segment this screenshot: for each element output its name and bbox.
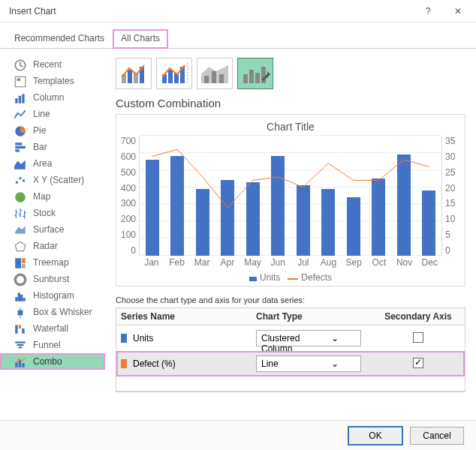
svg-rect-49	[219, 74, 224, 83]
svg-rect-22	[18, 293, 20, 302]
svg-rect-31	[15, 341, 26, 343]
ok-button[interactable]: OK	[348, 427, 402, 445]
box-whisker-icon	[14, 306, 27, 318]
histogram-icon	[14, 290, 27, 302]
series-type-dropdown-units[interactable]: Clustered Column⌄	[256, 330, 361, 346]
map-icon	[14, 190, 27, 202]
secondary-axis-checkbox-defect[interactable]	[413, 358, 423, 368]
column-icon	[14, 92, 27, 104]
svg-marker-16	[15, 242, 26, 250]
dialog-footer: OK Cancel	[0, 420, 476, 450]
recent-icon	[14, 58, 27, 70]
sidebar-item-templates[interactable]: Templates	[0, 73, 105, 89]
subtype-stacked-area-column[interactable]	[197, 58, 233, 89]
svg-rect-28	[15, 325, 17, 333]
sidebar-item-area[interactable]: Area	[0, 155, 105, 172]
sidebar-item-label: Line	[33, 109, 50, 119]
funnel-icon	[14, 339, 27, 351]
help-button[interactable]: ?	[413, 1, 443, 22]
sidebar-item-box-whisker[interactable]: Box & Whisker	[0, 304, 105, 320]
svg-rect-50	[243, 74, 248, 83]
sidebar-item-stock[interactable]: Stock	[0, 205, 105, 221]
svg-rect-7	[15, 142, 22, 145]
series-swatch-bar-icon	[121, 334, 127, 343]
sidebar-item-column[interactable]: Column	[0, 89, 105, 106]
svg-rect-9	[15, 149, 20, 152]
series-grid: Series Name Chart Type Secondary Axis Un…	[116, 308, 465, 392]
svg-rect-5	[22, 94, 24, 103]
svg-rect-21	[15, 297, 17, 302]
radar-icon	[14, 240, 27, 252]
series-type-dropdown-defect[interactable]: Line⌄	[256, 356, 361, 372]
chart-category-list: Recent Templates Column Line Pie Bar Are…	[0, 49, 105, 439]
sidebar-item-label: Treemap	[33, 257, 69, 268]
svg-rect-51	[249, 70, 254, 83]
sidebar-item-bar[interactable]: Bar	[0, 139, 105, 155]
tab-row: Recommended Charts All Charts	[0, 22, 476, 49]
sidebar-item-funnel[interactable]: Funnel	[0, 337, 105, 353]
sidebar-item-waterfall[interactable]: Waterfall	[0, 320, 105, 337]
svg-rect-1	[15, 76, 26, 87]
svg-rect-19	[22, 264, 26, 268]
col-header-secondary-axis: Secondary Axis	[372, 308, 465, 325]
tab-recommended-charts[interactable]: Recommended Charts	[6, 29, 113, 48]
subtype-clustered-column-line[interactable]	[116, 58, 152, 89]
chevron-down-icon: ⌄	[309, 331, 360, 346]
title-bar: Insert Chart ? ✕	[0, 0, 476, 22]
sidebar-item-combo[interactable]: Combo	[0, 353, 105, 370]
svg-rect-3	[15, 98, 17, 104]
sidebar-item-surface[interactable]: Surface	[0, 221, 105, 238]
sidebar-item-label: Waterfall	[33, 323, 68, 334]
y-axis-primary: 7006005004003002001000	[121, 136, 139, 256]
svg-rect-23	[20, 295, 23, 302]
templates-icon	[14, 75, 27, 87]
svg-point-11	[16, 182, 18, 184]
sidebar-item-label: Box & Whisker	[33, 307, 92, 317]
series-name: Defect (%)	[133, 358, 176, 369]
chart-preview: Chart Title 7006005004003002001000 35302…	[116, 114, 465, 286]
subtype-row	[116, 58, 465, 89]
subtype-clustered-column-line-secondary[interactable]	[156, 58, 192, 89]
sidebar-item-treemap[interactable]: Treemap	[0, 254, 105, 271]
svg-rect-48	[212, 71, 216, 83]
sidebar-item-label: X Y (Scatter)	[33, 175, 84, 185]
area-icon	[14, 158, 27, 170]
sidebar-item-label: Column	[33, 92, 64, 103]
sidebar-item-label: Bar	[33, 142, 47, 152]
series-row-units: Units Clustered Column⌄	[116, 326, 465, 351]
svg-rect-30	[22, 328, 24, 334]
combo-icon	[14, 356, 27, 368]
waterfall-icon	[14, 322, 27, 334]
sidebar-item-scatter[interactable]: X Y (Scatter)	[0, 172, 105, 188]
plot-area	[139, 136, 442, 256]
sidebar-item-histogram[interactable]: Histogram	[0, 287, 105, 304]
sidebar-item-label: Histogram	[33, 290, 74, 301]
chevron-down-icon: ⌄	[309, 356, 360, 371]
svg-point-20	[15, 274, 26, 285]
series-row-defect: Defect (%) Line⌄	[116, 351, 465, 376]
cancel-button[interactable]: Cancel	[410, 427, 464, 445]
subtype-custom-combination[interactable]	[237, 58, 273, 89]
sidebar-item-pie[interactable]: Pie	[0, 122, 105, 139]
svg-rect-52	[255, 73, 260, 83]
close-button[interactable]: ✕	[443, 1, 473, 22]
svg-point-12	[19, 177, 21, 179]
tab-all-charts[interactable]: All Charts	[113, 29, 168, 49]
sidebar-item-sunburst[interactable]: Sunburst	[0, 271, 105, 287]
sidebar-item-label: Radar	[33, 241, 58, 251]
secondary-axis-checkbox-units[interactable]	[413, 332, 423, 343]
svg-marker-10	[14, 160, 26, 169]
svg-marker-54	[267, 71, 270, 77]
legend-units: Units	[260, 272, 280, 283]
svg-point-14	[15, 192, 26, 202]
sidebar-item-recent[interactable]: Recent	[0, 56, 105, 73]
sidebar-item-label: Recent	[33, 59, 62, 70]
sidebar-item-label: Stock	[33, 208, 56, 218]
sidebar-item-line[interactable]: Line	[0, 106, 105, 122]
sidebar-item-radar[interactable]: Radar	[0, 238, 105, 254]
scatter-icon	[14, 174, 27, 186]
window-title: Insert Chart	[9, 6, 413, 16]
svg-rect-17	[15, 258, 21, 268]
sidebar-item-map[interactable]: Map	[0, 188, 105, 205]
sidebar-item-label: Templates	[33, 76, 74, 86]
